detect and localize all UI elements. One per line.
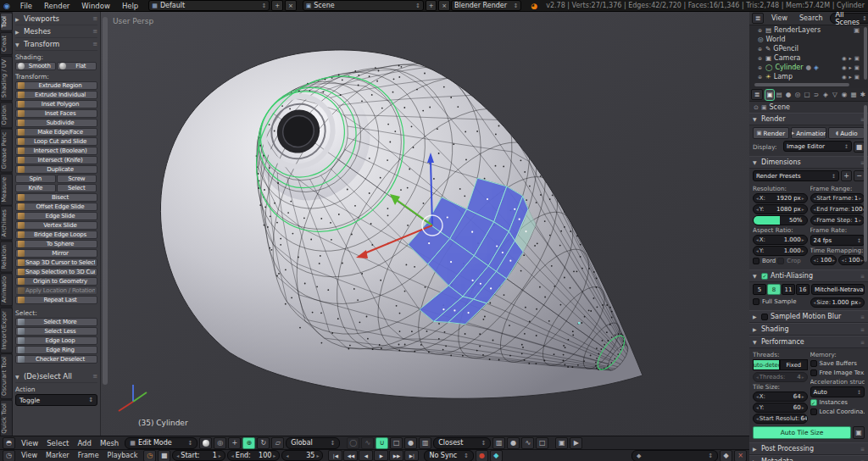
motion-blur-checkbox[interactable] (761, 314, 768, 320)
view3d-menu[interactable]: Mesh (96, 439, 123, 447)
outliner-item[interactable]: ◎ World (749, 35, 868, 44)
shade-smooth-button[interactable]: Smooth (15, 62, 56, 70)
render-animation-button[interactable]: ▶Animation (791, 127, 827, 139)
outliner-item[interactable]: ⊕ ◯ Cylinder ● ◈ ◉▸▣ (749, 63, 868, 72)
lock-icon[interactable]: ■ (158, 450, 170, 461)
opengl-render-anim-button[interactable]: ▶ (570, 437, 582, 449)
framerate-dropdown[interactable]: 24 fps↕ (810, 235, 865, 246)
tool-button[interactable]: Snap Selection to 3D Cursor (15, 268, 97, 276)
eye-icon[interactable]: ◉ (842, 74, 847, 81)
snap-toggle-button[interactable]: ∪ (376, 437, 388, 449)
save-buffers-checkbox[interactable]: Save Buffers (810, 359, 865, 368)
props-tab-render[interactable]: ▣ (765, 90, 774, 100)
tool-button[interactable]: Inset Faces (15, 109, 97, 118)
topbar-menu[interactable]: Window (75, 2, 116, 10)
tool-button[interactable]: Extrude Individual (15, 91, 97, 99)
add-preset-button[interactable]: + (841, 170, 852, 181)
expander-icon[interactable]: ⊕ (758, 74, 763, 80)
tool-button[interactable]: Intersect (Knife) (15, 156, 97, 164)
free-image-textures-checkbox[interactable]: Free Image Tex... (810, 369, 865, 377)
current-frame-field[interactable]: ◂ 35 ▸ (281, 450, 323, 461)
transport-button[interactable]: ▶▶ (389, 450, 403, 461)
action-dropdown[interactable]: Toggle ↕ (15, 394, 97, 406)
panel-header-render[interactable]: ▼ Render ≡ (749, 113, 868, 125)
pivot-center-dropdown[interactable]: ◎ (214, 437, 226, 449)
auto-tile-size-button[interactable]: Auto Tile Size (753, 426, 851, 439)
auto-tile-settings-button[interactable]: ▣ (853, 426, 865, 439)
crop-checkbox[interactable]: Crop (777, 257, 800, 265)
editor-type-button[interactable]: ≣ (751, 89, 763, 100)
insert-keyframe-button[interactable]: ◆ (720, 450, 732, 461)
expander-icon[interactable]: ⊕ (758, 55, 763, 61)
outliner-hscrollbar[interactable] (754, 83, 849, 86)
pin-icon[interactable]: ⊙ (754, 104, 759, 111)
antialiasing-checkbox[interactable]: ✓ (761, 273, 768, 280)
3d-viewport[interactable]: User Persp (35) Cylinder (101, 12, 749, 436)
toolshelf-scrollbar[interactable] (103, 17, 108, 385)
expander-icon[interactable]: ⊕ (758, 27, 763, 33)
edge-mode-button[interactable]: ∿ (521, 437, 534, 449)
snap-element-button[interactable]: □ (390, 437, 403, 449)
outliner-filter-dropdown[interactable]: All Scenes ↕ (830, 13, 868, 24)
aspect-y-field[interactable]: ◂Y:1.000▸ (753, 246, 808, 256)
screen-layout-selector[interactable]: ▦ Default ↕ (148, 0, 270, 11)
end-frame-field[interactable]: ◂End Frame:100▸ (810, 204, 865, 214)
panel-header-dimensions[interactable]: ▼ Dimensions ≡ (749, 156, 868, 169)
toolshelf-tab[interactable]: Measure (0, 174, 13, 206)
shade-flat-button[interactable]: Flat (57, 62, 97, 70)
render-button[interactable]: ▣Render (753, 127, 789, 139)
tool-button[interactable]: Origin to Geometry (15, 277, 97, 286)
scene-selector[interactable]: ▣ Scene ↕ (303, 0, 424, 11)
toolshelf-tab[interactable]: Tool (0, 13, 13, 31)
decrement-arrow[interactable]: ◂ (176, 453, 179, 458)
tool-button[interactable]: Knife (15, 184, 56, 192)
select-tool-button[interactable]: Select Less (15, 327, 97, 336)
tool-button[interactable]: Bisect (15, 193, 97, 202)
remap-old-field[interactable]: ◂: 100▸ (810, 255, 837, 265)
tool-button[interactable]: Repeat Last (15, 296, 97, 304)
tool-button[interactable]: Intersect (Boolean) (15, 147, 97, 155)
tool-button[interactable]: Duplicate (15, 165, 97, 174)
aa-samples-button[interactable]: 11 (782, 284, 795, 295)
tool-button[interactable]: Mirror (15, 249, 97, 258)
manipulator-scale-button[interactable]: ▱ (271, 437, 284, 449)
toolshelf-tab[interactable]: Quick Tool (0, 400, 13, 436)
tool-button[interactable]: Edge Slide (15, 212, 97, 220)
occlude-geometry-button[interactable]: ▥ (492, 437, 505, 449)
panel-header-motion-blur[interactable]: ▶ Sampled Motion Blur ≡ (749, 310, 868, 323)
outliner-vscrollbar[interactable] (864, 27, 867, 80)
transport-button[interactable]: ▶ (374, 450, 388, 461)
face-mode-button[interactable]: □ (536, 437, 548, 449)
timeline-menu[interactable]: View (17, 452, 42, 459)
tool-button[interactable]: Spin (15, 175, 56, 183)
select-tool-button[interactable]: Edge Ring (15, 346, 97, 354)
tool-button[interactable]: Inset Polygon (15, 100, 97, 108)
props-tab-render-layers[interactable]: ▤ (775, 90, 783, 100)
transport-button[interactable]: ▶| (404, 450, 419, 461)
outliner-search-menu[interactable]: Search (795, 14, 826, 22)
toolshelf-tab[interactable]: Grease Penc (0, 129, 13, 173)
view3d-menu[interactable]: Select (42, 439, 73, 447)
border-checkbox[interactable]: Bord (753, 257, 776, 265)
topbar-menu[interactable]: File (14, 2, 38, 10)
panel-header-viewports[interactable]: ▶ Viewports ≡ (15, 13, 97, 25)
threads-fixed-button[interactable]: Fixed (780, 359, 807, 370)
panel-header-performance[interactable]: ▼ Performance ≡ (749, 336, 868, 348)
manipulator-axis-icon[interactable]: + (228, 437, 241, 449)
transport-button[interactable]: ◀ (359, 450, 373, 461)
sync-dropdown[interactable]: No Sync ↕ (424, 450, 474, 461)
toolshelf-tab[interactable]: Option (0, 102, 13, 128)
aspect-x-field[interactable]: ◂X:1.000▸ (753, 235, 808, 245)
decrement-arrow[interactable]: ◂ (231, 453, 234, 458)
panel-header-post-processing[interactable]: ▶ Post Processing ≡ (749, 442, 868, 455)
manipulator-translate-button[interactable]: ⊕ (242, 437, 255, 449)
start-frame-field[interactable]: ◂ Start: 1 ▸ (172, 450, 225, 461)
resolution-percentage-slider[interactable]: 50% (753, 215, 808, 225)
acceleration-dropdown[interactable]: Auto↕ (810, 386, 865, 397)
toolshelf-tab[interactable]: Relation (0, 242, 13, 273)
select-tool-button[interactable]: Checker Deselect (15, 355, 97, 364)
outliner-item[interactable]: ⊕ ✎ GPencil (749, 44, 868, 53)
preview-range-icon[interactable]: ◷ (143, 450, 156, 461)
render-toggle-icon[interactable]: ▣ (854, 64, 860, 71)
threads-count-field[interactable]: ◂Threads:4▸ (753, 372, 808, 382)
